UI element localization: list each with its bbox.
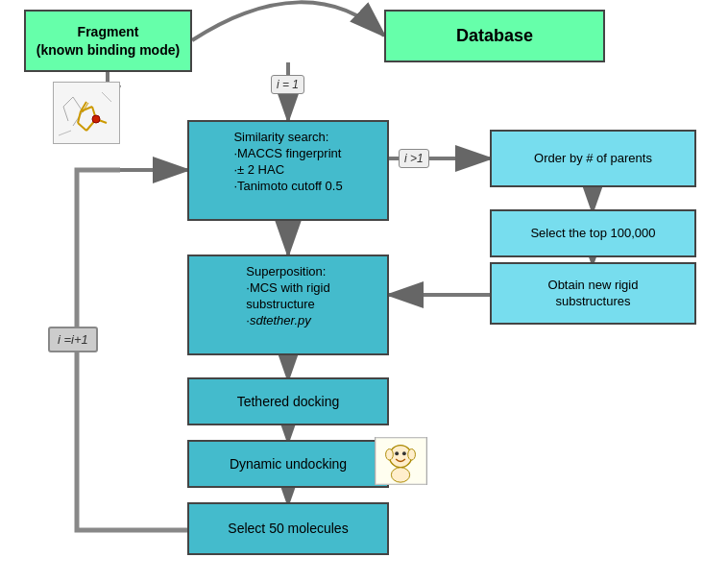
select-top-box: Select the top 100,000	[490, 209, 696, 257]
superposition-label: Superposition: ·MCS with rigid substruct…	[246, 264, 329, 329]
i1-badge: i = 1	[271, 75, 304, 94]
similarity-label: Similarity search: ·MACCS fingerprint ·±…	[233, 130, 342, 195]
svg-point-33	[386, 449, 394, 460]
flowchart: Fragment (known binding mode) Database	[0, 0, 728, 582]
tethered-box: Tethered docking	[187, 377, 389, 425]
order-by-label: Order by # of parents	[534, 151, 652, 167]
svg-rect-13	[54, 83, 119, 143]
igt1-badge: i >1	[399, 149, 429, 168]
fragment-label: Fragment (known binding mode)	[36, 23, 180, 58]
superposition-box: Superposition: ·MCS with rigid substruct…	[187, 255, 389, 355]
obtain-rigid-box: Obtain new rigid substructures	[490, 262, 696, 325]
select-top-label: Select the top 100,000	[530, 226, 655, 242]
svg-point-32	[402, 451, 406, 455]
iip1-badge: i =i+1	[48, 327, 98, 352]
svg-point-34	[408, 449, 416, 460]
select50-box: Select 50 molecules	[187, 502, 389, 555]
igt1-label: i >1	[404, 152, 424, 165]
svg-point-31	[395, 451, 399, 455]
select50-label: Select 50 molecules	[228, 520, 348, 537]
svg-point-24	[92, 115, 100, 123]
svg-point-35	[391, 468, 409, 482]
database-label: Database	[456, 25, 533, 47]
fragment-image	[53, 82, 120, 144]
doodle-image	[375, 437, 427, 485]
order-by-box: Order by # of parents	[490, 130, 696, 187]
tethered-label: Tethered docking	[237, 393, 340, 410]
dynamic-box: Dynamic undocking	[187, 440, 389, 488]
database-box: Database	[384, 10, 605, 62]
i1-label: i = 1	[277, 78, 299, 91]
obtain-rigid-label: Obtain new rigid substructures	[548, 278, 639, 310]
dynamic-label: Dynamic undocking	[230, 455, 347, 473]
iip1-label: i =i+1	[58, 332, 88, 347]
fragment-box: Fragment (known binding mode)	[24, 10, 192, 72]
similarity-box: Similarity search: ·MACCS fingerprint ·±…	[187, 120, 389, 221]
